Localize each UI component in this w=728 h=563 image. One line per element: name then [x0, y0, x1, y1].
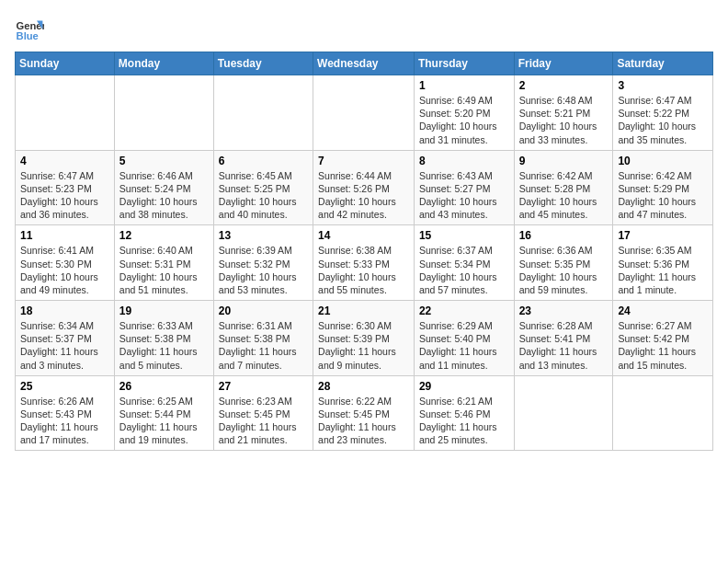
day-info: Sunrise: 6:33 AM Sunset: 5:38 PM Dayligh… [119, 319, 209, 372]
day-number: 29 [419, 380, 509, 393]
day-number: 5 [119, 155, 209, 167]
day-number: 12 [119, 229, 209, 242]
col-header-sunday: Sunday [16, 52, 115, 75]
day-number: 19 [119, 304, 209, 317]
day-info: Sunrise: 6:30 AM Sunset: 5:39 PM Dayligh… [318, 319, 409, 372]
day-cell: 13Sunrise: 6:39 AM Sunset: 5:32 PM Dayli… [213, 225, 313, 301]
day-number: 9 [519, 155, 609, 167]
day-number: 6 [219, 155, 308, 167]
calendar-table: SundayMondayTuesdayWednesdayThursdayFrid… [15, 52, 713, 451]
day-cell: 19Sunrise: 6:33 AM Sunset: 5:38 PM Dayli… [114, 301, 213, 376]
day-cell: 8Sunrise: 6:43 AM Sunset: 5:27 PM Daylig… [414, 150, 514, 225]
day-cell: 12Sunrise: 6:40 AM Sunset: 5:31 PM Dayli… [114, 225, 213, 301]
day-info: Sunrise: 6:38 AM Sunset: 5:33 PM Dayligh… [318, 244, 409, 296]
day-cell [213, 75, 313, 151]
svg-text:Blue: Blue [17, 30, 39, 41]
column-headers: SundayMondayTuesdayWednesdayThursdayFrid… [16, 52, 713, 75]
day-cell: 1Sunrise: 6:49 AM Sunset: 5:20 PM Daylig… [414, 75, 514, 151]
week-row-4: 18Sunrise: 6:34 AM Sunset: 5:37 PM Dayli… [16, 301, 713, 376]
day-cell [16, 75, 115, 151]
header: General Blue [15, 15, 713, 44]
day-info: Sunrise: 6:31 AM Sunset: 5:38 PM Dayligh… [219, 319, 308, 372]
day-number: 21 [318, 304, 409, 317]
day-info: Sunrise: 6:36 AM Sunset: 5:35 PM Dayligh… [519, 244, 609, 296]
day-cell: 9Sunrise: 6:42 AM Sunset: 5:28 PM Daylig… [514, 150, 613, 225]
day-info: Sunrise: 6:42 AM Sunset: 5:29 PM Dayligh… [618, 169, 708, 222]
calendar-body: 1Sunrise: 6:49 AM Sunset: 5:20 PM Daylig… [16, 75, 713, 451]
day-cell: 5Sunrise: 6:46 AM Sunset: 5:24 PM Daylig… [114, 150, 213, 225]
day-cell: 24Sunrise: 6:27 AM Sunset: 5:42 PM Dayli… [613, 301, 713, 376]
logo: General Blue [15, 15, 44, 44]
day-cell: 16Sunrise: 6:36 AM Sunset: 5:35 PM Dayli… [514, 225, 613, 301]
day-cell [613, 375, 713, 451]
day-cell: 18Sunrise: 6:34 AM Sunset: 5:37 PM Dayli… [16, 301, 115, 376]
day-number: 4 [20, 155, 109, 167]
day-info: Sunrise: 6:41 AM Sunset: 5:30 PM Dayligh… [20, 244, 109, 296]
week-row-3: 11Sunrise: 6:41 AM Sunset: 5:30 PM Dayli… [16, 225, 713, 301]
day-info: Sunrise: 6:39 AM Sunset: 5:32 PM Dayligh… [219, 244, 308, 296]
col-header-thursday: Thursday [414, 52, 514, 75]
day-cell: 3Sunrise: 6:47 AM Sunset: 5:22 PM Daylig… [613, 75, 713, 151]
day-cell: 4Sunrise: 6:47 AM Sunset: 5:23 PM Daylig… [16, 150, 115, 225]
day-number: 25 [20, 380, 109, 393]
day-cell: 27Sunrise: 6:23 AM Sunset: 5:45 PM Dayli… [213, 375, 313, 451]
day-info: Sunrise: 6:44 AM Sunset: 5:26 PM Dayligh… [318, 169, 409, 222]
day-number: 16 [519, 229, 609, 242]
week-row-5: 25Sunrise: 6:26 AM Sunset: 5:43 PM Dayli… [16, 375, 713, 451]
day-info: Sunrise: 6:22 AM Sunset: 5:45 PM Dayligh… [318, 395, 409, 447]
logo-icon: General Blue [15, 15, 44, 44]
day-number: 14 [318, 229, 409, 242]
week-row-1: 1Sunrise: 6:49 AM Sunset: 5:20 PM Daylig… [16, 75, 713, 151]
day-info: Sunrise: 6:43 AM Sunset: 5:27 PM Dayligh… [419, 169, 509, 222]
day-cell: 28Sunrise: 6:22 AM Sunset: 5:45 PM Dayli… [313, 375, 415, 451]
day-info: Sunrise: 6:25 AM Sunset: 5:44 PM Dayligh… [119, 395, 209, 447]
day-cell: 2Sunrise: 6:48 AM Sunset: 5:21 PM Daylig… [514, 75, 613, 151]
day-info: Sunrise: 6:37 AM Sunset: 5:34 PM Dayligh… [419, 244, 509, 296]
day-cell: 21Sunrise: 6:30 AM Sunset: 5:39 PM Dayli… [313, 301, 415, 376]
day-info: Sunrise: 6:23 AM Sunset: 5:45 PM Dayligh… [219, 395, 308, 447]
day-number: 17 [618, 229, 708, 242]
day-number: 23 [519, 304, 609, 317]
day-info: Sunrise: 6:47 AM Sunset: 5:23 PM Dayligh… [20, 169, 109, 222]
day-number: 3 [618, 79, 708, 92]
day-info: Sunrise: 6:35 AM Sunset: 5:36 PM Dayligh… [618, 244, 708, 296]
day-number: 7 [318, 155, 409, 167]
day-cell [114, 75, 213, 151]
day-info: Sunrise: 6:45 AM Sunset: 5:25 PM Dayligh… [219, 169, 308, 222]
day-cell: 15Sunrise: 6:37 AM Sunset: 5:34 PM Dayli… [414, 225, 514, 301]
day-cell: 10Sunrise: 6:42 AM Sunset: 5:29 PM Dayli… [613, 150, 713, 225]
day-cell: 7Sunrise: 6:44 AM Sunset: 5:26 PM Daylig… [313, 150, 415, 225]
col-header-wednesday: Wednesday [313, 52, 415, 75]
day-info: Sunrise: 6:46 AM Sunset: 5:24 PM Dayligh… [119, 169, 209, 222]
day-cell: 14Sunrise: 6:38 AM Sunset: 5:33 PM Dayli… [313, 225, 415, 301]
day-number: 13 [219, 229, 308, 242]
day-info: Sunrise: 6:42 AM Sunset: 5:28 PM Dayligh… [519, 169, 609, 222]
col-header-tuesday: Tuesday [213, 52, 313, 75]
day-info: Sunrise: 6:47 AM Sunset: 5:22 PM Dayligh… [618, 94, 708, 146]
day-info: Sunrise: 6:48 AM Sunset: 5:21 PM Dayligh… [519, 94, 609, 146]
day-cell: 11Sunrise: 6:41 AM Sunset: 5:30 PM Dayli… [16, 225, 115, 301]
day-cell [514, 375, 613, 451]
day-number: 15 [419, 229, 509, 242]
day-info: Sunrise: 6:27 AM Sunset: 5:42 PM Dayligh… [618, 319, 708, 372]
day-cell: 22Sunrise: 6:29 AM Sunset: 5:40 PM Dayli… [414, 301, 514, 376]
day-info: Sunrise: 6:29 AM Sunset: 5:40 PM Dayligh… [419, 319, 509, 372]
day-cell: 6Sunrise: 6:45 AM Sunset: 5:25 PM Daylig… [213, 150, 313, 225]
day-cell: 23Sunrise: 6:28 AM Sunset: 5:41 PM Dayli… [514, 301, 613, 376]
col-header-saturday: Saturday [613, 52, 713, 75]
day-number: 10 [618, 155, 708, 167]
day-number: 26 [119, 380, 209, 393]
day-info: Sunrise: 6:40 AM Sunset: 5:31 PM Dayligh… [119, 244, 209, 296]
day-info: Sunrise: 6:28 AM Sunset: 5:41 PM Dayligh… [519, 319, 609, 372]
day-number: 24 [618, 304, 708, 317]
day-number: 11 [20, 229, 109, 242]
day-cell: 25Sunrise: 6:26 AM Sunset: 5:43 PM Dayli… [16, 375, 115, 451]
day-number: 22 [419, 304, 509, 317]
day-number: 20 [219, 304, 308, 317]
day-number: 27 [219, 380, 308, 393]
day-number: 8 [419, 155, 509, 167]
day-number: 28 [318, 380, 409, 393]
day-info: Sunrise: 6:49 AM Sunset: 5:20 PM Dayligh… [419, 94, 509, 146]
day-cell [313, 75, 415, 151]
col-header-friday: Friday [514, 52, 613, 75]
